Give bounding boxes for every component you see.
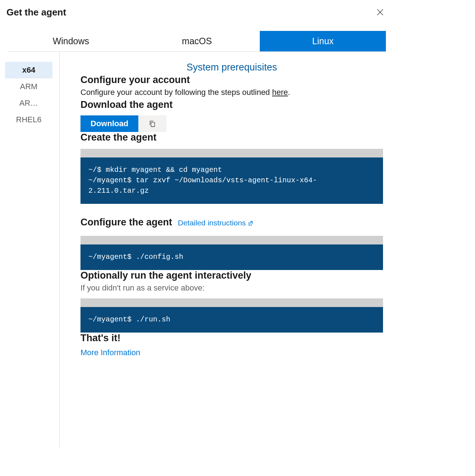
close-icon	[376, 8, 384, 16]
os-tabs: Windows macOS Linux	[8, 31, 386, 52]
sidebar-item-arm64[interactable]: AR…	[5, 95, 52, 111]
svg-rect-2	[151, 122, 155, 127]
here-link[interactable]: here	[272, 88, 288, 97]
sidebar-item-arm[interactable]: ARM	[5, 78, 52, 95]
code-block-configure: ~/myagent$ ./config.sh	[80, 236, 383, 270]
detailed-instructions-label: Detailed instructions	[178, 219, 246, 227]
content-panel: System prerequisites Configure your acco…	[60, 52, 383, 447]
detailed-instructions-link[interactable]: Detailed instructions	[178, 219, 253, 227]
tab-windows[interactable]: Windows	[8, 31, 134, 51]
sidebar-item-x64[interactable]: x64	[5, 62, 52, 78]
dialog-title: Get the agent	[6, 7, 66, 18]
heading-thats-it: That's it!	[80, 333, 383, 344]
download-button[interactable]: Download	[80, 115, 138, 132]
text-suffix: .	[288, 88, 290, 97]
code-run-body[interactable]: ~/myagent$ ./run.sh	[80, 307, 383, 333]
heading-configure-account: Configure your account	[80, 74, 383, 86]
code-block-run: ~/myagent$ ./run.sh	[80, 298, 383, 333]
heading-create-agent: Create the agent	[80, 132, 383, 143]
sidebar-item-rhel6[interactable]: RHEL6	[5, 111, 52, 128]
more-information-link[interactable]: More Information	[80, 348, 140, 357]
code-block-header	[80, 298, 383, 307]
code-create-body[interactable]: ~/$ mkdir myagent && cd myagent ~/myagen…	[80, 157, 383, 204]
heading-configure-agent: Configure the agent	[80, 217, 172, 228]
text-prefix: Configure your account by following the …	[80, 88, 272, 97]
code-configure-body[interactable]: ~/myagent$ ./config.sh	[80, 244, 383, 270]
heading-optional-run: Optionally run the agent interactively	[80, 270, 383, 281]
tab-linux[interactable]: Linux	[260, 31, 386, 51]
copy-url-button[interactable]	[138, 115, 166, 132]
optional-run-subtext: If you didn't run as a service above:	[80, 283, 383, 293]
external-link-icon	[248, 220, 253, 226]
code-block-create: ~/$ mkdir myagent && cd myagent ~/myagen…	[80, 149, 383, 204]
code-block-header	[80, 236, 383, 244]
configure-account-text: Configure your account by following the …	[80, 88, 383, 97]
code-block-header	[80, 149, 383, 157]
tab-macos[interactable]: macOS	[134, 31, 260, 51]
copy-icon	[148, 120, 156, 128]
system-prerequisites-link[interactable]: System prerequisites	[80, 62, 383, 73]
arch-sidebar: x64 ARM AR… RHEL6	[6, 52, 60, 447]
heading-download: Download the agent	[80, 99, 383, 110]
close-button[interactable]	[374, 6, 386, 18]
